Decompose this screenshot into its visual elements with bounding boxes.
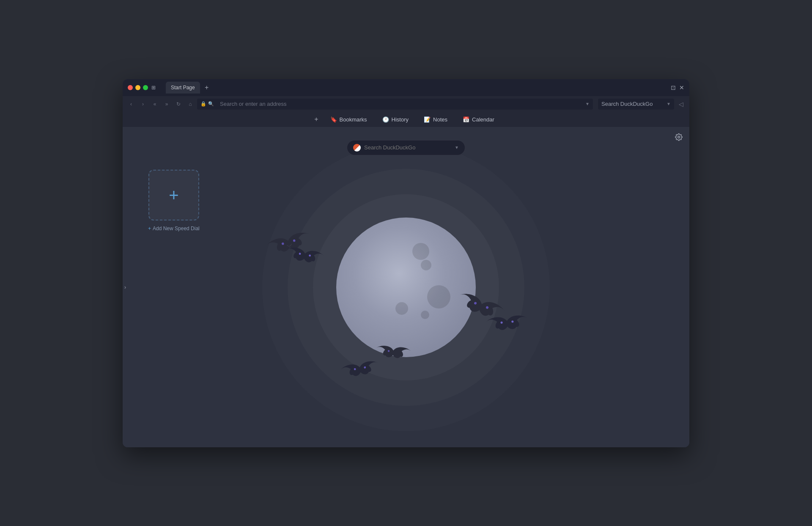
traffic-lights <box>128 85 148 90</box>
add-speed-dial-label: + Add New Speed Dial <box>148 226 200 231</box>
reload-button[interactable]: ↻ <box>173 99 184 109</box>
svg-point-0 <box>678 136 680 138</box>
add-icon-circle: + <box>148 170 199 220</box>
search-engine-dropdown[interactable]: ▼ <box>455 145 459 150</box>
bookmarks-label: Bookmarks <box>340 116 367 123</box>
history-label: History <box>392 116 409 123</box>
plus-icon: + <box>169 187 178 204</box>
title-bar: ⊞ Start Page + ⊡ ✕ <box>123 79 689 96</box>
moon-crater-1 <box>412 243 429 260</box>
main-content: › ▼ + + Add New Speed Dial <box>123 127 689 447</box>
notes-label: Notes <box>433 116 447 123</box>
toolbar-add-button[interactable]: + <box>314 116 318 123</box>
grid-icon: ⊞ <box>151 85 156 91</box>
minimize-button[interactable] <box>135 85 140 90</box>
fast-forward-button[interactable]: » <box>162 99 172 109</box>
nav-bar: ‹ › « » ↻ ⌂ 🔒 🔍 ▼ Search DuckDuckGo ▼ ◁ <box>123 96 689 112</box>
calendar-icon: 📅 <box>463 116 469 123</box>
notes-icon: 📝 <box>424 116 431 123</box>
address-input[interactable] <box>216 99 584 110</box>
search-input-container[interactable]: ▼ <box>347 140 465 155</box>
back-button[interactable]: ‹ <box>126 99 136 109</box>
window-controls-icon: ⊡ <box>671 84 676 91</box>
start-page-tab[interactable]: Start Page <box>166 82 200 94</box>
search-box: ▼ <box>347 140 465 155</box>
address-dropdown-arrow: ▼ <box>585 102 590 106</box>
search-right-dropdown[interactable]: ▼ <box>667 102 671 106</box>
maximize-button[interactable] <box>143 85 148 90</box>
moon-crater-5 <box>421 311 429 319</box>
settings-icon[interactable] <box>675 133 683 143</box>
add-label-plus: + <box>148 226 151 231</box>
nav-right: Search DuckDuckGo ▼ ◁ <box>598 99 686 110</box>
moon-crater-3 <box>427 285 450 308</box>
history-item[interactable]: 🕐 History <box>379 115 412 124</box>
search-bar-right[interactable]: Search DuckDuckGo ▼ <box>598 99 674 110</box>
window-close-icon: ✕ <box>679 84 684 91</box>
notes-item[interactable]: 📝 Notes <box>420 115 451 124</box>
new-tab-button[interactable]: + <box>202 83 212 93</box>
search-ddg-label: Search DuckDuckGo <box>601 101 653 107</box>
home-button[interactable]: ⌂ <box>185 99 195 109</box>
forward-button[interactable]: › <box>138 99 148 109</box>
duckduckgo-icon <box>353 144 361 151</box>
title-bar-right: ⊡ ✕ <box>671 84 684 91</box>
bookmarks-item[interactable]: 🔖 Bookmarks <box>327 115 370 124</box>
calendar-item[interactable]: 📅 Calendar <box>459 115 498 124</box>
toolbar: + 🔖 Bookmarks 🕐 History 📝 Notes 📅 Calend… <box>123 112 689 127</box>
search-icon: 🔍 <box>208 101 214 107</box>
history-icon: 🕐 <box>382 116 389 123</box>
calendar-label: Calendar <box>472 116 494 123</box>
sidebar-toggle-button[interactable]: ◁ <box>676 99 686 109</box>
moon-crater-4 <box>395 302 408 315</box>
rewind-button[interactable]: « <box>150 99 160 109</box>
tab-label: Start Page <box>171 85 195 91</box>
sidebar-expand-toggle[interactable]: › <box>123 281 128 294</box>
lock-icon: 🔒 <box>200 101 206 107</box>
search-input[interactable] <box>364 144 451 151</box>
tab-bar: Start Page + <box>166 82 212 94</box>
browser-window: ⊞ Start Page + ⊡ ✕ ‹ › « » ↻ ⌂ 🔒 🔍 ▼ Sea… <box>123 79 689 447</box>
close-button[interactable] <box>128 85 133 90</box>
add-speed-dial-button[interactable]: + + Add New Speed Dial <box>148 170 200 231</box>
moon-illustration <box>258 139 554 435</box>
moon-crater-2 <box>421 260 431 270</box>
speed-dial-area: + + Add New Speed Dial <box>148 170 200 231</box>
bookmarks-icon: 🔖 <box>330 116 337 123</box>
address-bar-container: 🔒 🔍 ▼ <box>197 99 593 110</box>
moon <box>336 218 476 357</box>
